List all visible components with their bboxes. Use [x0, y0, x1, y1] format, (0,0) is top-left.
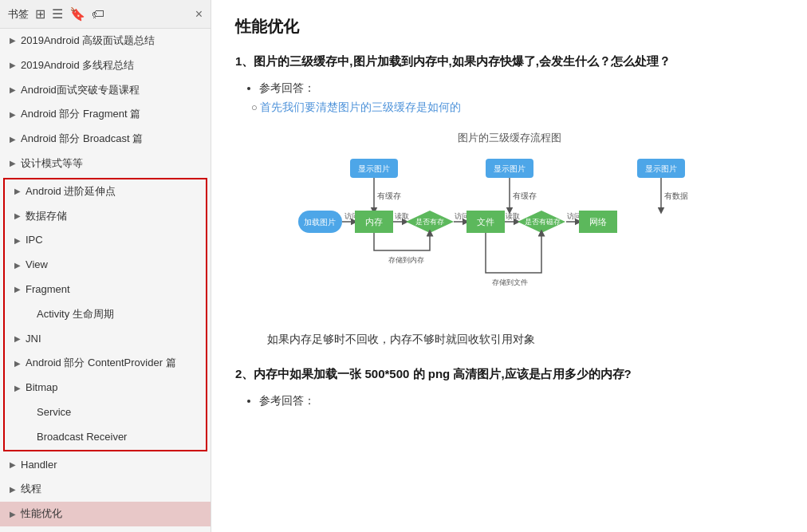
expand-arrow-icon: ▶	[10, 508, 21, 521]
sidebar-item-item3[interactable]: ▶Android面试突破专题课程	[0, 78, 211, 103]
expand-arrow-icon: ▶	[10, 483, 21, 496]
main-content: 性能优化 1、图片的三级缓存中,图片加载到内存中,如果内存快爆了,会发生什么？怎…	[211, 0, 807, 532]
svg-text:存储到文件: 存储到文件	[492, 278, 528, 286]
tag-icon[interactable]: 🏷	[92, 7, 104, 22]
section-title: 性能优化	[235, 16, 783, 37]
sidebar-item-label: Handler	[21, 457, 204, 474]
sidebar-item-label: 设计模式等等	[21, 156, 204, 172]
expand-arrow-icon: ▶	[10, 157, 21, 170]
svg-text:存储到内存: 存储到内存	[388, 256, 424, 264]
sidebar-item-item19[interactable]: ▶线程	[0, 477, 211, 502]
sidebar-item-label: Android 部分 Fragment 篇	[21, 106, 204, 123]
sidebar-item-item2[interactable]: ▶2019Android 多线程总结	[0, 53, 211, 78]
sidebar-item-item9[interactable]: ▶IPC	[5, 228, 206, 253]
sidebar-item-item16[interactable]: Service	[5, 400, 206, 425]
expand-arrow-icon: ▶	[14, 357, 26, 370]
diagram-container: 图片的三级缓存流程图 显示图片 显示图片 显示图片 有缓存 有缓存 有数据 加载…	[235, 131, 783, 317]
expand-arrow-icon: ▶	[14, 333, 26, 345]
sidebar-item-label: Service	[37, 404, 199, 421]
sidebar-item-label: View	[26, 257, 199, 274]
svg-text:是否有磁存: 是否有磁存	[524, 218, 560, 226]
sidebar-item-item5[interactable]: ▶Android 部分 Broadcast 篇	[0, 127, 211, 152]
svg-text:显示图片: 显示图片	[494, 164, 526, 173]
sidebar-item-item13[interactable]: ▶JNI	[5, 327, 206, 352]
flowchart-svg: 显示图片 显示图片 显示图片 有缓存 有缓存 有数据 加载图片 访问 内存	[294, 155, 725, 314]
svg-text:有数据: 有数据	[664, 191, 688, 200]
svg-text:有缓存: 有缓存	[377, 191, 401, 200]
sidebar-item-item7[interactable]: ▶Android 进阶延伸点	[5, 179, 206, 204]
sidebar-item-label: Android面试突破专题课程	[21, 82, 204, 99]
svg-text:网络: 网络	[589, 217, 607, 227]
sidebar-item-item6[interactable]: ▶设计模式等等	[0, 152, 211, 176]
sidebar-content[interactable]: ▶2019Android 高级面试题总结▶2019Android 多线程总结▶A…	[0, 29, 211, 532]
expand-arrow-icon: ▶	[10, 34, 21, 47]
sidebar-item-label: 数据存储	[26, 208, 199, 225]
expand-arrow-icon: ▶	[10, 108, 21, 121]
sidebar-item-label: Activity 生命周期	[37, 306, 199, 323]
sidebar-item-item10[interactable]: ▶View	[5, 253, 206, 278]
svg-text:文件: 文件	[477, 217, 494, 227]
grid-icon[interactable]: ⊞	[35, 6, 45, 22]
sidebar-item-item8[interactable]: ▶数据存储	[5, 204, 206, 229]
sidebar-item-label: Broadcast Receiver	[37, 429, 199, 446]
sidebar-item-label: JNI	[26, 331, 199, 348]
svg-text:是否有存: 是否有存	[415, 218, 444, 226]
svg-text:显示图片: 显示图片	[645, 164, 677, 173]
bookmark-icon[interactable]: 🔖	[69, 6, 85, 22]
sidebar-item-item11[interactable]: ▶Fragment	[5, 278, 206, 302]
expand-arrow-icon: ▶	[10, 459, 21, 471]
expand-arrow-icon: ▶	[14, 259, 26, 272]
svg-text:读取: 读取	[395, 212, 409, 220]
answer-header-1: 参考回答：	[259, 81, 315, 94]
sidebar-item-item20[interactable]: ▶性能优化	[0, 502, 211, 526]
sidebar-item-item15[interactable]: ▶Bitmap	[5, 376, 206, 400]
sidebar-header: 书签 ⊞ ☰ 🔖 🏷 ×	[0, 0, 211, 29]
diagram-note: 如果内存足够时不回收，内存不够时就回收软引用对象	[267, 333, 783, 347]
sidebar-item-label: 线程	[21, 481, 204, 498]
sidebar-item-label: IPC	[26, 232, 199, 249]
close-icon[interactable]: ×	[195, 7, 203, 22]
expand-arrow-icon: ▶	[14, 185, 26, 198]
sidebar-item-label: Fragment	[26, 282, 199, 298]
sidebar-item-item18[interactable]: ▶Handler	[0, 453, 211, 478]
expand-arrow-icon: ▶	[14, 210, 26, 223]
sidebar-item-label: 2019Android 高级面试题总结	[21, 33, 204, 49]
svg-text:加载图片: 加载图片	[304, 218, 336, 227]
expand-arrow-icon: ▶	[14, 234, 26, 247]
sidebar-item-label: Android 进阶延伸点	[26, 183, 199, 200]
expand-arrow-icon: ▶	[10, 84, 21, 97]
sidebar-item-item14[interactable]: ▶Android 部分 ContentProvider 篇	[5, 351, 206, 376]
sidebar-item-item4[interactable]: ▶Android 部分 Fragment 篇	[0, 102, 211, 127]
svg-text:内存: 内存	[365, 217, 383, 227]
svg-text:有缓存: 有缓存	[513, 191, 537, 200]
question-2: 2、内存中如果加载一张 500*500 的 png 高清图片,应该是占用多少的内…	[235, 363, 783, 384]
question-1: 1、图片的三级缓存中,图片加载到内存中,如果内存快爆了,会发生什么？怎么处理？	[235, 50, 783, 72]
sidebar-item-label: Android 部分 Broadcast 篇	[21, 131, 204, 148]
sidebar-item-label: 2019Android 多线程总结	[21, 57, 204, 74]
answer-header-2: 参考回答：	[259, 394, 315, 407]
sidebar-item-label: 性能优化	[21, 506, 204, 522]
sidebar-item-item1[interactable]: ▶2019Android 高级面试题总结	[0, 29, 211, 53]
sidebar-bordered-group: ▶Android 进阶延伸点▶数据存储▶IPC▶View▶FragmentAct…	[3, 178, 207, 451]
expand-arrow-icon: ▶	[14, 283, 26, 296]
list-icon[interactable]: ☰	[52, 6, 63, 22]
sidebar-item-label: Android 部分 ContentProvider 篇	[26, 355, 199, 372]
sidebar-item-item21[interactable]: ▶基础	[0, 526, 211, 532]
svg-text:显示图片: 显示图片	[358, 164, 390, 173]
sidebar-item-item12[interactable]: Activity 生命周期	[5, 302, 206, 327]
expand-arrow-icon: ▶	[14, 382, 26, 395]
sidebar: 书签 ⊞ ☰ 🔖 🏷 × ▶2019Android 高级面试题总结▶2019An…	[0, 0, 211, 532]
bookmark-label: 书签	[8, 7, 29, 22]
svg-text:读取: 读取	[506, 212, 520, 220]
sidebar-item-label: Bitmap	[26, 380, 199, 396]
diagram-title: 图片的三级缓存流程图	[235, 131, 783, 145]
expand-arrow-icon: ▶	[10, 59, 21, 72]
sidebar-item-item17[interactable]: Broadcast Receiver	[5, 425, 206, 450]
answer-sub-1: 首先我们要清楚图片的三级缓存是如何的	[260, 100, 461, 113]
expand-arrow-icon: ▶	[10, 133, 21, 146]
